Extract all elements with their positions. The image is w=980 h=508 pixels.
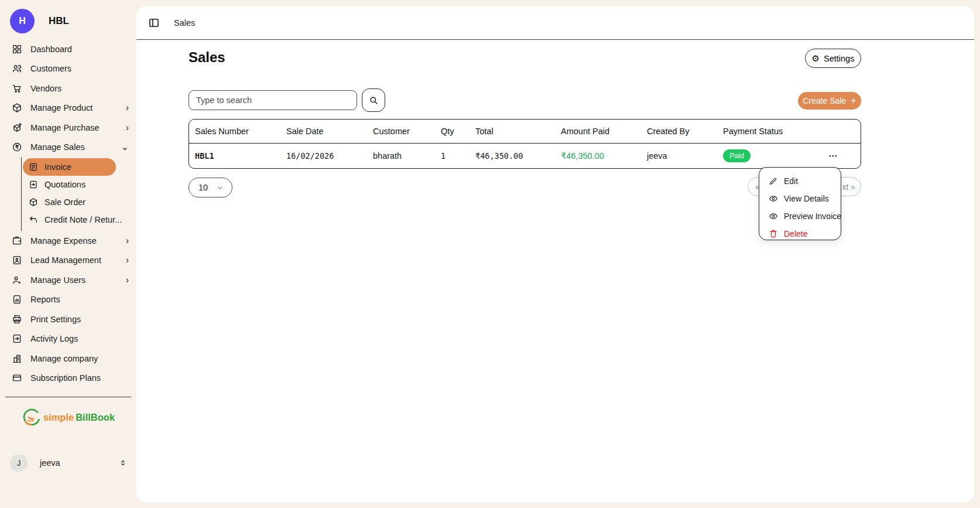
sidebar-item-manage-company[interactable]: Manage company — [0, 349, 136, 369]
cell-actions: ⋯ — [828, 143, 861, 168]
sidebar-toggle-icon[interactable] — [148, 17, 160, 29]
search-icon — [368, 95, 379, 105]
topbar: Sales — [136, 6, 974, 40]
sidebar-item-manage-users[interactable]: Manage Users › — [0, 270, 136, 290]
sidebar-subitem-credit-note[interactable]: Credit Note / Retur... — [23, 211, 116, 229]
purchase-cube-icon — [12, 122, 22, 133]
sidebar-user-menu[interactable]: J jeeva — [0, 454, 136, 472]
col-sales-number: Sales Number — [189, 120, 286, 143]
eye-icon — [769, 212, 778, 221]
user-name: jeeva — [40, 458, 60, 468]
sidebar-subitem-invoice[interactable]: Invoice — [23, 158, 116, 176]
settings-button[interactable]: ⚙ Settings — [805, 49, 861, 68]
chevron-right-icon: › — [126, 103, 129, 112]
sidebar-item-activity-logs[interactable]: Activity Logs — [0, 329, 136, 349]
sidebar-item-manage-expense[interactable]: Manage Expense › — [0, 231, 136, 251]
sidebar-nav: Dashboard Customers Vendors Manage Produ… — [0, 39, 136, 388]
invoice-icon — [29, 162, 38, 172]
cell-sales-number: HBL1 — [189, 143, 286, 168]
col-customer: Customer — [373, 120, 441, 143]
sidebar-item-vendors[interactable]: Vendors — [0, 79, 136, 98]
chevron-up-down-icon — [119, 458, 127, 468]
rupee-coin-icon — [12, 142, 22, 152]
chevron-right-icon: › — [126, 236, 129, 246]
breadcrumb: Sales — [174, 18, 195, 28]
col-actions — [828, 120, 861, 143]
col-created-by: Created By — [647, 120, 723, 143]
menu-item-delete[interactable]: Delete — [759, 225, 841, 243]
menu-item-view-details[interactable]: View Details — [759, 190, 841, 207]
sale-order-icon — [29, 197, 38, 207]
cell-qty: 1 — [441, 143, 475, 168]
sidebar-item-manage-sales[interactable]: Manage Sales ⌄ — [0, 138, 136, 158]
create-sale-button[interactable]: Create Sale + — [798, 92, 861, 110]
col-qty: Qty — [441, 120, 475, 143]
lead-badge-icon — [12, 255, 22, 265]
page-title: Sales — [189, 49, 225, 66]
manage-sales-submenu: Invoice Quotations Sale Order Credit Not… — [21, 157, 136, 231]
dashboard-icon — [12, 44, 22, 54]
sales-table: Sales Number Sale Date Customer Qty Tota… — [189, 119, 861, 169]
company-name: HBL — [49, 15, 69, 27]
printer-icon — [12, 314, 22, 325]
simplebillbook-logo-icon — [22, 407, 42, 427]
cell-total: ₹46,350.00 — [475, 143, 561, 168]
chevron-down-icon — [216, 184, 224, 192]
pencil-icon — [769, 176, 778, 186]
logo-word-billbook: BillBook — [76, 412, 115, 423]
chevron-right-icon: › — [126, 255, 129, 265]
search-input[interactable] — [189, 90, 357, 110]
sidebar-divider — [5, 397, 131, 397]
col-total: Total — [475, 120, 561, 143]
sidebar: H HBL Dashboard Customers Vendors Manage… — [0, 0, 136, 508]
trash-icon — [769, 229, 778, 238]
gear-icon: ⚙ — [812, 54, 820, 63]
credit-card-icon — [12, 373, 22, 383]
menu-item-preview-invoice[interactable]: Preview Invoice — [759, 207, 841, 225]
vendors-icon — [12, 83, 22, 94]
logo-word-simple: simple — [43, 412, 74, 423]
row-actions-context-menu: Edit View Details Preview Invoice Delete — [759, 167, 841, 240]
eye-icon — [769, 194, 778, 203]
quotations-icon — [29, 180, 38, 189]
sidebar-item-customers[interactable]: Customers — [0, 59, 136, 79]
sidebar-item-reports[interactable]: Reports — [0, 290, 136, 310]
building-icon — [12, 353, 22, 364]
sidebar-item-manage-purchase[interactable]: Manage Purchase › — [0, 118, 136, 138]
customers-icon — [12, 63, 22, 74]
sidebar-item-dashboard[interactable]: Dashboard — [0, 39, 136, 59]
company-avatar[interactable]: H — [10, 9, 35, 33]
sidebar-item-manage-product[interactable]: Manage Product › — [0, 98, 136, 118]
chevron-down-icon: ⌄ — [121, 142, 129, 152]
status-badge: Paid — [723, 149, 751, 162]
sidebar-item-lead-management[interactable]: Lead Management › — [0, 251, 136, 271]
table-header-row: Sales Number Sale Date Customer Qty Tota… — [189, 120, 861, 143]
col-payment-status: Payment Status — [723, 120, 828, 143]
manage-users-icon — [12, 275, 22, 285]
col-sale-date: Sale Date — [286, 120, 373, 143]
page-size-select[interactable]: 10 — [189, 178, 232, 197]
main-content-card: Sales Sales ⚙ Settings Create Sale + Sal… — [136, 6, 974, 502]
cell-amount-paid: ₹46,350.00 — [561, 143, 647, 168]
menu-item-edit[interactable]: Edit — [759, 172, 841, 190]
chevron-right-icon: › — [126, 275, 129, 285]
company-header: H HBL — [0, 0, 136, 37]
user-avatar: J — [10, 454, 28, 472]
activity-log-icon — [12, 333, 22, 344]
sidebar-subitem-sale-order[interactable]: Sale Order — [23, 193, 116, 211]
row-actions-menu-button[interactable]: ⋯ — [828, 151, 838, 161]
search-button[interactable] — [362, 88, 385, 112]
cell-payment-status: Paid — [723, 143, 828, 168]
cell-sale-date: 16/02/2026 — [286, 143, 373, 168]
cell-customer: bharath — [373, 143, 441, 168]
sidebar-item-subscription-plans[interactable]: Subscription Plans — [0, 369, 136, 388]
simplebillbook-logo: simpleBillBook — [0, 407, 136, 427]
reports-icon — [12, 294, 22, 305]
sidebar-subitem-quotations[interactable]: Quotations — [23, 176, 116, 193]
plus-icon: + — [851, 96, 856, 105]
product-cube-icon — [12, 103, 22, 113]
credit-note-icon — [29, 215, 38, 224]
wallet-icon — [12, 236, 22, 246]
cell-created-by: jeeva — [647, 143, 723, 168]
sidebar-item-print-settings[interactable]: Print Settings — [0, 309, 136, 329]
